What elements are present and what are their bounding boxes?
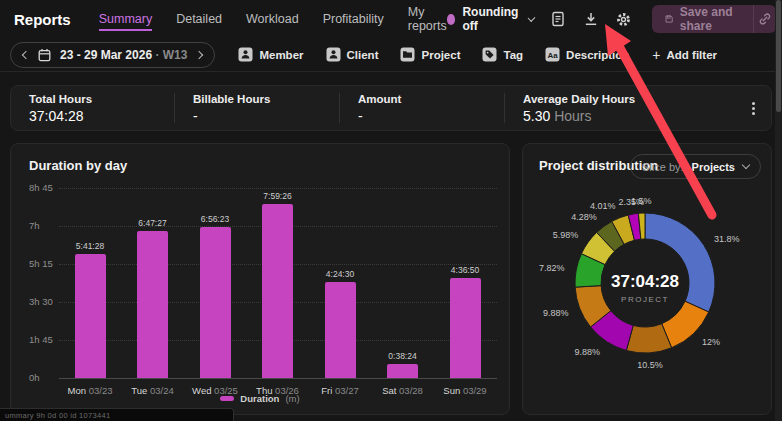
save-and-share-button[interactable]: Save and share xyxy=(652,5,754,33)
stat-label: Amount xyxy=(358,93,486,105)
download-icon xyxy=(584,12,598,26)
y-axis-tick: 5h 15 xyxy=(29,258,53,269)
charts-row: Duration by day 8h 457h5h 153h 301h 450h… xyxy=(10,143,772,415)
tab-profitability[interactable]: Profitability xyxy=(323,8,384,31)
donut-chart: 31.8%12%10.5%9.88%9.88%7.82%5.98%4.28%4.… xyxy=(523,194,773,384)
donut-percentage-label: 9.88% xyxy=(543,308,569,318)
status-url-text: ummary 9h 0d 00 id 1073441 xyxy=(5,411,110,420)
legend-label: Duration xyxy=(240,393,279,404)
y-axis-tick: 7h xyxy=(29,220,40,231)
export-document-button[interactable] xyxy=(550,8,567,30)
bar-value-label: 5:41:28 xyxy=(59,241,121,251)
report-tabs: SummaryDetailedWorkloadProfitabilityMy r… xyxy=(99,1,447,38)
duration-bar-sun xyxy=(450,278,481,378)
bar-value-label: 0:38:24 xyxy=(372,351,434,361)
rounding-dot-icon xyxy=(447,14,456,25)
next-week-icon[interactable] xyxy=(195,50,203,58)
bar-chart-title: Duration by day xyxy=(29,158,127,173)
link-icon xyxy=(758,12,772,26)
duration-bar-wed xyxy=(200,227,231,378)
stat-total-hours: Total Hours 37:04:28 xyxy=(11,93,174,123)
add-filter-label: Add filter xyxy=(667,49,717,61)
donut-percentage-label: 9.88% xyxy=(574,347,600,357)
stat-label: Average Daily Hours xyxy=(523,93,730,105)
filter-chip-description[interactable]: AaDescription xyxy=(536,42,638,68)
filter-chip-label: Tag xyxy=(503,49,523,61)
scrollbar-thumb[interactable] xyxy=(776,0,781,112)
date-range-picker[interactable]: 23 - 29 Mar 2026 · W13 xyxy=(10,42,215,68)
save-and-share-group: Save and share xyxy=(652,5,776,33)
settings-button[interactable] xyxy=(615,8,632,30)
gridline xyxy=(59,188,497,189)
duration-by-day-card: Duration by day 8h 457h5h 153h 301h 450h… xyxy=(10,143,510,415)
donut-percentage-label: 10.5% xyxy=(637,360,663,370)
calendar-icon xyxy=(38,48,51,62)
client-icon xyxy=(326,47,341,62)
tab-workload[interactable]: Workload xyxy=(246,8,299,31)
rounding-label: Rounding off xyxy=(462,5,521,33)
donut-percentage-label: 12% xyxy=(702,337,720,347)
gridline xyxy=(59,378,497,379)
bar-chart-legend: Duration (m) xyxy=(11,393,509,404)
scrollbar-track[interactable] xyxy=(775,0,782,421)
filter-chip-project[interactable]: Project xyxy=(391,42,469,68)
svg-text:Aa: Aa xyxy=(547,51,558,60)
duration-bar-mon xyxy=(75,254,106,378)
stats-menu-button[interactable] xyxy=(752,107,755,110)
project-distribution-card: Project distribution Slice by: Projects … xyxy=(522,143,772,415)
week-number: · W13 xyxy=(155,48,187,62)
previous-week-icon[interactable] xyxy=(22,50,30,58)
filter-chip-member[interactable]: Member xyxy=(229,42,312,68)
stat-suffix: Hours xyxy=(554,108,591,124)
filter-chip-client[interactable]: Client xyxy=(317,42,388,68)
stat-value: - xyxy=(193,108,321,124)
donut-percentage-label: 4.01% xyxy=(590,201,616,211)
stat-average-daily-hours: Average Daily Hours 5.30 Hours xyxy=(504,93,748,123)
y-axis-tick: 0h xyxy=(29,372,40,383)
duration-bar-tue xyxy=(137,231,168,378)
donut-center-total: 37:04:28 xyxy=(611,272,679,291)
bar-value-label: 7:59:26 xyxy=(247,191,309,201)
copy-link-button[interactable] xyxy=(753,5,775,33)
donut-center-label: PROJECT xyxy=(621,295,669,304)
legend-unit: (m) xyxy=(285,393,299,404)
slice-by-dropdown[interactable]: Slice by: Projects xyxy=(630,154,761,179)
donut-percentage-label: 1.5% xyxy=(631,196,652,206)
filter-chip-label: Project xyxy=(421,49,460,61)
filter-chip-label: Member xyxy=(259,49,303,61)
slice-by-prefix: Slice by: xyxy=(642,161,684,173)
filter-chip-label: Description xyxy=(566,49,629,61)
bar-value-label: 6:47:27 xyxy=(122,218,184,228)
download-button[interactable] xyxy=(582,8,599,30)
stat-value: 37:04:28 xyxy=(29,108,156,124)
add-filter-button[interactable]: + Add filter xyxy=(642,47,727,63)
filter-chip-tag[interactable]: Tag xyxy=(473,42,532,68)
donut-percentage-label: 31.8% xyxy=(714,234,740,244)
stat-label: Billable Hours xyxy=(193,93,321,105)
browser-status-bar: ummary 9h 0d 00 id 1073441 xyxy=(0,408,234,421)
chevron-down-icon xyxy=(527,14,535,22)
save-and-share-label: Save and share xyxy=(680,5,741,33)
stat-label: Total Hours xyxy=(29,93,156,105)
filter-chip-label: Client xyxy=(347,49,379,61)
slice-by-value: Projects xyxy=(692,161,735,173)
filter-chips: MemberClientProjectTagAaDescription xyxy=(229,42,638,68)
date-range-text: 23 - 29 Mar 2026 · W13 xyxy=(60,48,187,62)
filter-bar: 23 - 29 Mar 2026 · W13 MemberClientProje… xyxy=(0,38,782,72)
bar-value-label: 4:24:30 xyxy=(309,269,371,279)
duration-bar-sat xyxy=(387,364,418,378)
y-axis-tick: 8h 45 xyxy=(29,182,53,193)
rounding-toggle[interactable]: Rounding off xyxy=(447,5,534,33)
tab-summary[interactable]: Summary xyxy=(99,8,152,31)
donut-percentage-label: 7.82% xyxy=(539,263,565,273)
bar-value-label: 6:56:23 xyxy=(184,214,246,224)
page-title: Reports xyxy=(14,11,71,28)
description-icon: Aa xyxy=(545,47,560,62)
donut-percentage-label: 4.28% xyxy=(571,212,597,222)
chevron-down-icon xyxy=(742,161,750,169)
duration-bar-thu xyxy=(262,204,293,378)
tab-my-reports[interactable]: My reports xyxy=(408,1,447,38)
tag-icon xyxy=(482,47,497,62)
duration-bar-fri xyxy=(325,282,356,378)
tab-detailed[interactable]: Detailed xyxy=(176,8,222,31)
